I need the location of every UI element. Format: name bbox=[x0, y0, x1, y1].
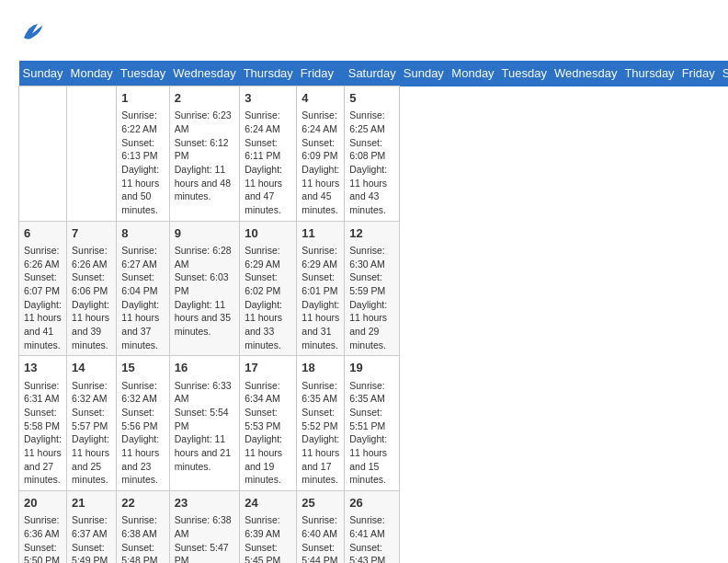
calendar-cell: 24Sunrise: 6:39 AMSunset: 5:45 PMDayligh… bbox=[240, 491, 297, 563]
sunset-text: Sunset: 5:50 PM bbox=[24, 542, 60, 563]
sunset-text: Sunset: 6:01 PM bbox=[301, 271, 337, 296]
sunset-text: Sunset: 5:44 PM bbox=[301, 542, 337, 563]
sunset-text: Sunset: 6:06 PM bbox=[72, 271, 108, 296]
sunrise-text: Sunrise: 6:30 AM bbox=[349, 245, 385, 270]
day-number: 26 bbox=[349, 495, 394, 511]
sunrise-text: Sunrise: 6:33 AM bbox=[175, 380, 232, 405]
col-header-thursday: Thursday bbox=[240, 61, 297, 86]
day-number: 7 bbox=[72, 225, 111, 242]
sunrise-text: Sunrise: 6:26 AM bbox=[72, 245, 108, 270]
sunset-text: Sunset: 5:43 PM bbox=[349, 542, 385, 563]
sunset-text: Sunset: 5:51 PM bbox=[349, 407, 385, 431]
sunrise-text: Sunrise: 6:39 AM bbox=[245, 514, 280, 539]
calendar-cell: 1Sunrise: 6:22 AMSunset: 6:13 PMDaylight… bbox=[117, 86, 169, 222]
sunset-text: Sunset: 6:08 PM bbox=[349, 137, 385, 162]
col-header-thursday: Thursday bbox=[620, 61, 677, 86]
sunset-text: Sunset: 5:47 PM bbox=[175, 542, 229, 563]
day-number: 24 bbox=[245, 495, 291, 511]
sunset-text: Sunset: 5:53 PM bbox=[245, 407, 280, 431]
sunrise-text: Sunrise: 6:38 AM bbox=[121, 514, 157, 539]
daylight-text: Daylight: 11 hours and 31 minutes. bbox=[301, 299, 339, 350]
calendar-cell: 23Sunrise: 6:38 AMSunset: 5:47 PMDayligh… bbox=[169, 491, 239, 563]
day-number: 10 bbox=[245, 225, 291, 242]
sunset-text: Sunset: 6:13 PM bbox=[121, 137, 157, 162]
sunset-text: Sunset: 5:49 PM bbox=[72, 542, 108, 563]
calendar-cell: 6Sunrise: 6:26 AMSunset: 6:07 PMDaylight… bbox=[19, 221, 67, 356]
daylight-text: Daylight: 11 hours and 50 minutes. bbox=[121, 164, 159, 215]
calendar-cell: 7Sunrise: 6:26 AMSunset: 6:06 PMDaylight… bbox=[67, 221, 117, 356]
sunrise-text: Sunrise: 6:24 AM bbox=[301, 109, 337, 134]
col-header-wednesday: Wednesday bbox=[169, 61, 239, 86]
col-header-friday: Friday bbox=[678, 61, 719, 86]
daylight-text: Daylight: 11 hours and 48 minutes. bbox=[175, 164, 231, 201]
calendar-cell: 13Sunrise: 6:31 AMSunset: 5:58 PMDayligh… bbox=[19, 356, 67, 491]
col-header-tuesday: Tuesday bbox=[117, 61, 169, 86]
sunrise-text: Sunrise: 6:31 AM bbox=[24, 380, 60, 405]
calendar-cell: 2Sunrise: 6:23 AMSunset: 6:12 PMDaylight… bbox=[169, 86, 239, 222]
day-number: 14 bbox=[72, 360, 111, 376]
sunrise-text: Sunrise: 6:38 AM bbox=[175, 514, 232, 539]
col-header-friday: Friday bbox=[297, 61, 345, 86]
day-number: 19 bbox=[349, 360, 394, 376]
day-number: 17 bbox=[245, 360, 291, 376]
page-header bbox=[18, 18, 710, 46]
col-header-monday: Monday bbox=[67, 61, 117, 86]
sunset-text: Sunset: 5:52 PM bbox=[301, 407, 337, 431]
sunset-text: Sunset: 6:11 PM bbox=[245, 137, 280, 162]
sunset-text: Sunset: 6:04 PM bbox=[121, 271, 157, 296]
sunrise-text: Sunrise: 6:29 AM bbox=[245, 245, 280, 270]
calendar-cell bbox=[19, 86, 67, 222]
sunrise-text: Sunrise: 6:22 AM bbox=[121, 109, 157, 134]
calendar-cell: 20Sunrise: 6:36 AMSunset: 5:50 PMDayligh… bbox=[19, 491, 67, 563]
sunset-text: Sunset: 5:54 PM bbox=[175, 407, 229, 431]
daylight-text: Daylight: 11 hours and 41 minutes. bbox=[24, 299, 62, 350]
sunrise-text: Sunrise: 6:36 AM bbox=[24, 514, 60, 539]
calendar-header-row: SundayMondayTuesdayWednesdayThursdayFrid… bbox=[19, 61, 729, 86]
day-number: 13 bbox=[24, 360, 62, 376]
sunset-text: Sunset: 5:48 PM bbox=[121, 542, 157, 563]
col-header-saturday: Saturday bbox=[345, 61, 400, 86]
calendar-cell: 3Sunrise: 6:24 AMSunset: 6:11 PMDaylight… bbox=[240, 86, 297, 222]
daylight-text: Daylight: 11 hours and 21 minutes. bbox=[175, 433, 231, 471]
sunrise-text: Sunrise: 6:37 AM bbox=[72, 514, 108, 539]
calendar-cell: 25Sunrise: 6:40 AMSunset: 5:44 PMDayligh… bbox=[297, 491, 345, 563]
sunrise-text: Sunrise: 6:23 AM bbox=[175, 109, 232, 134]
calendar-cell: 14Sunrise: 6:32 AMSunset: 5:57 PMDayligh… bbox=[67, 356, 117, 491]
logo bbox=[18, 18, 50, 46]
col-header-tuesday: Tuesday bbox=[498, 61, 551, 86]
sunset-text: Sunset: 6:07 PM bbox=[24, 271, 60, 296]
calendar-week-row: 13Sunrise: 6:31 AMSunset: 5:58 PMDayligh… bbox=[19, 356, 729, 491]
sunset-text: Sunset: 6:12 PM bbox=[175, 137, 229, 162]
day-number: 1 bbox=[121, 90, 164, 107]
calendar-cell: 5Sunrise: 6:25 AMSunset: 6:08 PMDaylight… bbox=[345, 86, 400, 222]
day-number: 8 bbox=[121, 225, 164, 242]
day-number: 3 bbox=[245, 90, 291, 107]
day-number: 16 bbox=[175, 360, 234, 376]
calendar-table: SundayMondayTuesdayWednesdayThursdayFrid… bbox=[18, 61, 728, 563]
calendar-cell: 22Sunrise: 6:38 AMSunset: 5:48 PMDayligh… bbox=[117, 491, 169, 563]
day-number: 23 bbox=[175, 495, 234, 511]
calendar-week-row: 1Sunrise: 6:22 AMSunset: 6:13 PMDaylight… bbox=[19, 86, 729, 222]
daylight-text: Daylight: 11 hours and 23 minutes. bbox=[121, 433, 159, 485]
daylight-text: Daylight: 11 hours and 19 minutes. bbox=[245, 433, 282, 485]
day-number: 21 bbox=[72, 495, 111, 511]
daylight-text: Daylight: 11 hours and 45 minutes. bbox=[301, 164, 339, 215]
sunset-text: Sunset: 6:02 PM bbox=[245, 271, 280, 296]
daylight-text: Daylight: 11 hours and 17 minutes. bbox=[301, 433, 339, 485]
daylight-text: Daylight: 11 hours and 25 minutes. bbox=[72, 433, 109, 485]
sunrise-text: Sunrise: 6:29 AM bbox=[301, 245, 337, 270]
calendar-cell: 11Sunrise: 6:29 AMSunset: 6:01 PMDayligh… bbox=[297, 221, 345, 356]
calendar-cell bbox=[67, 86, 117, 222]
sunrise-text: Sunrise: 6:32 AM bbox=[121, 380, 157, 405]
calendar-cell: 15Sunrise: 6:32 AMSunset: 5:56 PMDayligh… bbox=[117, 356, 169, 491]
calendar-cell: 4Sunrise: 6:24 AMSunset: 6:09 PMDaylight… bbox=[297, 86, 345, 222]
daylight-text: Daylight: 11 hours and 37 minutes. bbox=[121, 299, 159, 350]
sunrise-text: Sunrise: 6:35 AM bbox=[349, 380, 385, 405]
col-header-sunday: Sunday bbox=[19, 61, 67, 86]
day-number: 4 bbox=[301, 90, 339, 107]
calendar-cell: 12Sunrise: 6:30 AMSunset: 5:59 PMDayligh… bbox=[345, 221, 400, 356]
col-header-saturday: Saturday bbox=[719, 61, 728, 86]
sunrise-text: Sunrise: 6:34 AM bbox=[245, 380, 280, 405]
day-number: 2 bbox=[175, 90, 234, 107]
sunset-text: Sunset: 5:58 PM bbox=[24, 407, 60, 431]
